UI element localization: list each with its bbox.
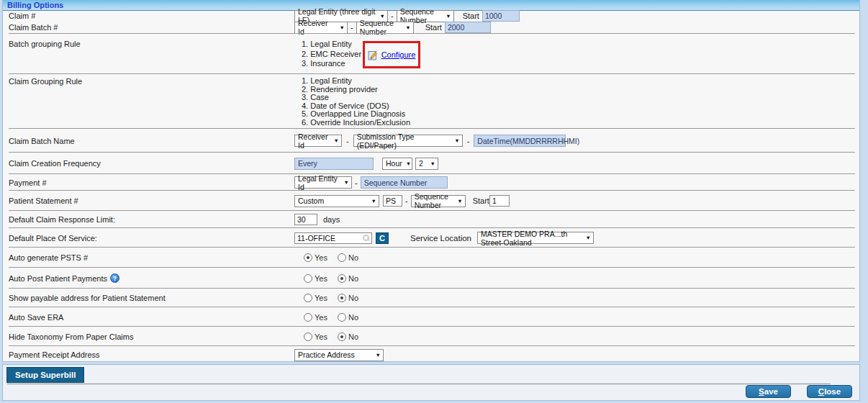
frequency-interval-value: 2 <box>419 159 423 168</box>
search-icon[interactable] <box>363 235 369 241</box>
batch-grouping-item: 3. Insurance <box>302 59 361 69</box>
payment-sequence-field: Sequence Number <box>361 176 448 189</box>
payable-address-row: Show payable address for Patient Stateme… <box>3 289 859 307</box>
yes-label: Yes <box>315 332 327 341</box>
service-location-select[interactable]: MASTER DEMO PRA...th Street-Oakland ▼ <box>477 232 594 244</box>
help-icon[interactable]: ? <box>110 273 119 283</box>
configure-link[interactable]: Configure <box>381 50 416 59</box>
chevron-down-icon: ▼ <box>446 13 451 19</box>
configure-highlight-box: Configure <box>363 41 420 68</box>
claim-grouping-item: 1. Legal Entity <box>302 77 410 86</box>
chevron-down-icon: ▼ <box>344 179 349 186</box>
batch-grouping-item: 2. EMC Receiver <box>302 50 361 60</box>
batch-grouping-row: Batch grouping Rule 1. Legal Entity 2. E… <box>3 34 859 74</box>
save-button[interactable]: Save <box>746 385 791 398</box>
auto-save-era-label: Auto Save ERA <box>9 313 63 322</box>
hide-taxonomy-row: Hide Taxonomy From Paper Claims Yes No <box>3 327 859 346</box>
separator-dash: - <box>405 196 408 205</box>
claim-batch-receiver-select[interactable]: Receiver Id ▼ <box>294 22 348 34</box>
auto-generate-psts-yes-radio[interactable] <box>304 253 312 262</box>
statement-sequence-select[interactable]: Sequence Number ▼ <box>411 195 466 207</box>
clear-button[interactable]: C <box>376 232 389 244</box>
auto-generate-psts-row: Auto generate PSTS # Yes No <box>3 248 859 268</box>
chevron-down-icon: ▼ <box>405 24 410 31</box>
statement-start-input[interactable] <box>489 195 510 207</box>
claim-creation-frequency-label: Claim Creation Frequency <box>9 159 294 168</box>
batch-name-datetime-field: DateTime(MMDDRRRRHHMI) <box>474 135 566 147</box>
auto-generate-psts-no-radio[interactable] <box>338 253 346 262</box>
separator-dash: - <box>355 178 358 187</box>
payment-number-row: Payment # Legal Entity Id ▼ - Sequence N… <box>3 174 859 191</box>
batch-name-receiver-value: Receiver Id <box>298 132 330 150</box>
yes-label: Yes <box>315 253 327 262</box>
claim-batch-start-label: Start <box>425 23 442 32</box>
chevron-down-icon: ▼ <box>457 198 462 204</box>
claim-response-limit-input[interactable] <box>294 214 317 225</box>
auto-post-payments-no-radio[interactable] <box>338 274 346 283</box>
claim-grouping-list: 1. Legal Entity 2. Rendering provider 3.… <box>302 77 410 127</box>
patient-statement-row: Patient Statement # Custom ▼ - Sequence … <box>3 191 859 211</box>
chevron-down-icon: ▼ <box>371 198 376 204</box>
statement-type-select[interactable]: Custom ▼ <box>294 195 379 207</box>
claim-number-start-input[interactable] <box>482 10 520 22</box>
batch-name-submission-select[interactable]: Submission Type (EDI/Paper) ▼ <box>353 135 463 147</box>
payment-entity-value: Legal Entity Id <box>298 174 340 191</box>
page-title: Billing Options <box>7 1 63 9</box>
billing-options-panel: Billing Options Claim # Legal Entity (th… <box>2 0 860 362</box>
frequency-unit-value: Hour <box>386 159 402 168</box>
payable-address-no-radio[interactable] <box>338 294 346 302</box>
claim-response-limit-label: Default Claim Response Limit: <box>9 215 294 224</box>
separator-dash: - <box>346 137 349 145</box>
claim-response-limit-unit: days <box>323 215 340 224</box>
no-label: No <box>348 294 358 302</box>
payable-address-yes-radio[interactable] <box>304 294 312 302</box>
setup-superbill-button[interactable]: Setup Superbill <box>6 367 84 383</box>
claim-number-row: Claim # Legal Entity (three digit LE) ▼ … <box>3 11 859 21</box>
claim-batch-name-label: Claim Batch Name <box>9 137 294 145</box>
auto-save-era-row: Auto Save ERA Yes No <box>3 307 859 327</box>
hide-taxonomy-yes-radio[interactable] <box>304 332 312 341</box>
claim-batch-name-row: Claim Batch Name Receiver Id ▼ - Submiss… <box>3 129 859 153</box>
place-of-service-search <box>294 232 372 244</box>
claim-grouping-item: 6. Override Inclusion/Exclusion <box>302 119 410 127</box>
chevron-down-icon: ▼ <box>334 137 339 144</box>
place-of-service-input[interactable] <box>294 232 372 244</box>
payment-receipt-address-value: Practice Address <box>298 350 355 359</box>
yes-label: Yes <box>315 313 327 322</box>
payment-entity-select[interactable]: Legal Entity Id ▼ <box>294 176 352 189</box>
place-of-service-label: Default Place Of Service: <box>9 234 294 243</box>
service-location-label: Service Location <box>410 234 471 243</box>
statement-prefix-input[interactable] <box>383 195 402 207</box>
chevron-down-icon: ▼ <box>586 235 591 241</box>
claim-batch-number-row: Claim Batch # Receiver Id ▼ - Sequence N… <box>3 21 859 34</box>
place-of-service-row: Default Place Of Service: C Service Loca… <box>3 228 859 248</box>
payable-address-label: Show payable address for Patient Stateme… <box>9 294 166 302</box>
batch-grouping-label: Batch grouping Rule <box>9 40 294 48</box>
patient-statement-label: Patient Statement # <box>9 196 294 205</box>
batch-name-receiver-select[interactable]: Receiver Id ▼ <box>294 135 342 147</box>
claim-number-label: Claim # <box>9 12 294 20</box>
auto-save-era-yes-radio[interactable] <box>304 313 312 322</box>
chevron-down-icon: ▼ <box>376 352 381 358</box>
auto-post-payments-yes-radio[interactable] <box>304 274 312 283</box>
claim-grouping-row: Claim Grouping Rule 1. Legal Entity 2. R… <box>3 74 859 129</box>
claim-grouping-label: Claim Grouping Rule <box>9 77 294 86</box>
configure-edit-icon <box>368 50 379 60</box>
claim-batch-start-input[interactable] <box>445 22 491 33</box>
batch-grouping-list: 1. Legal Entity 2. EMC Receiver 3. Insur… <box>302 40 361 69</box>
frequency-interval-select[interactable]: 2 ▼ <box>415 158 438 170</box>
yes-label: Yes <box>315 274 327 283</box>
auto-save-era-no-radio[interactable] <box>338 313 346 322</box>
batch-name-submission-value: Submission Type (EDI/Paper) <box>357 132 451 150</box>
claim-grouping-item: 5. Overlapped Line Diagnosis <box>302 110 410 119</box>
claim-number-sequence-select[interactable]: Sequence Number ▼ <box>397 10 454 22</box>
hide-taxonomy-no-radio[interactable] <box>338 332 346 341</box>
frequency-unit-select[interactable]: Hour ▼ <box>382 158 412 170</box>
chevron-down-icon: ▼ <box>406 160 411 167</box>
close-button[interactable]: Close <box>807 385 852 398</box>
payment-receipt-address-select[interactable]: Practice Address ▼ <box>294 349 384 361</box>
claim-number-start-label: Start <box>463 12 479 20</box>
payment-number-label: Payment # <box>9 178 294 187</box>
auto-post-payments-label: Auto Post Patient Payments <box>9 274 107 283</box>
claim-batch-sequence-select[interactable]: Sequence Number ▼ <box>356 22 414 34</box>
